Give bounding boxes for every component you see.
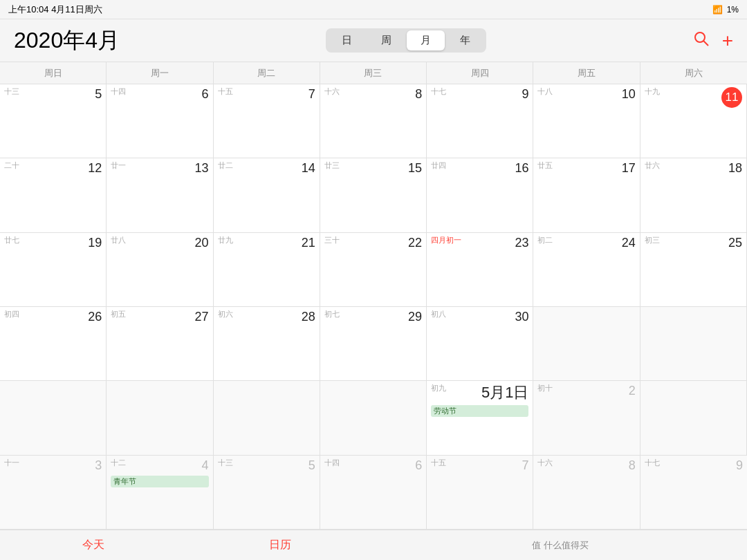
table-row[interactable]: 十二4 青年节: [107, 456, 213, 530]
table-row[interactable]: 十五7: [427, 456, 533, 530]
table-row[interactable]: 十七9: [427, 84, 533, 158]
tab-right: 值 什么值得买: [374, 539, 747, 552]
table-row[interactable]: [640, 381, 747, 455]
view-btn-week[interactable]: 周: [367, 30, 405, 50]
table-row[interactable]: [0, 381, 107, 455]
table-row[interactable]: 廿七19: [0, 233, 107, 307]
table-row[interactable]: 十八10: [533, 84, 640, 158]
table-row[interactable]: 廿六18: [640, 158, 747, 232]
table-row[interactable]: 十九11: [640, 84, 747, 158]
battery-text: 1%: [727, 5, 739, 15]
table-row[interactable]: [533, 307, 640, 381]
calendar-grid: 十三5 十四6 十五7 十六8 十七9 十八10 十九11 二十12 廿一13 …: [0, 84, 747, 530]
table-row[interactable]: 初五27: [107, 307, 213, 381]
view-btn-day[interactable]: 日: [328, 30, 366, 50]
table-row[interactable]: 廿二14: [214, 158, 320, 232]
table-row[interactable]: [107, 381, 213, 455]
status-time-date: 上午10:04 4月11日周六: [8, 3, 102, 16]
event-labor-day[interactable]: 劳动节: [431, 405, 528, 417]
table-row[interactable]: 十六8: [533, 456, 640, 530]
tab-bar: 今天 日历 值 什么值得买: [0, 530, 747, 560]
wifi-icon: 📶: [712, 5, 723, 15]
table-row[interactable]: 三十22: [320, 233, 427, 307]
table-row[interactable]: 二十12: [0, 158, 107, 232]
dow-sunday: 周日: [0, 62, 107, 84]
table-row[interactable]: 廿八20: [107, 233, 213, 307]
status-bar: 上午10:04 4月11日周六 📶 1%: [0, 0, 747, 19]
dow-tuesday: 周二: [214, 62, 320, 84]
table-row[interactable]: 十五7: [214, 84, 320, 158]
tab-today[interactable]: 今天: [0, 538, 187, 552]
table-row[interactable]: 廿四16: [427, 158, 533, 232]
header-actions: +: [693, 30, 733, 52]
table-row[interactable]: 初十2: [533, 381, 640, 455]
header: 2020年4月 日 周 月 年 +: [0, 19, 747, 62]
table-row[interactable]: 廿五17: [533, 158, 640, 232]
table-row[interactable]: 四月初一23: [427, 233, 533, 307]
table-row[interactable]: 十六8: [320, 84, 427, 158]
table-row[interactable]: 初六28: [214, 307, 320, 381]
view-btn-year[interactable]: 年: [446, 30, 484, 50]
svg-point-0: [695, 32, 705, 42]
table-row[interactable]: 初八30: [427, 307, 533, 381]
month-title: 2020年4月: [14, 26, 120, 56]
table-row[interactable]: 十三5: [0, 84, 107, 158]
table-row[interactable]: 十四6: [320, 456, 427, 530]
dow-monday: 周一: [107, 62, 213, 84]
table-row[interactable]: 十四6: [107, 84, 213, 158]
dow-wednesday: 周三: [320, 62, 427, 84]
table-row[interactable]: [320, 381, 427, 455]
dow-saturday: 周六: [640, 62, 747, 84]
table-row[interactable]: 廿九21: [214, 233, 320, 307]
dow-thursday: 周四: [427, 62, 533, 84]
table-row[interactable]: 初二24: [533, 233, 640, 307]
add-button[interactable]: +: [722, 30, 733, 52]
table-row[interactable]: 初九5月1日 劳动节: [427, 381, 533, 455]
table-row[interactable]: 廿一13: [107, 158, 213, 232]
view-btn-month[interactable]: 月: [407, 30, 445, 50]
tab-calendar[interactable]: 日历: [187, 538, 374, 552]
table-row[interactable]: 十七9: [640, 456, 747, 530]
svg-line-1: [703, 41, 708, 46]
status-right: 📶 1%: [712, 5, 739, 15]
search-button[interactable]: [693, 30, 710, 51]
dow-friday: 周五: [533, 62, 640, 84]
table-row[interactable]: [214, 381, 320, 455]
view-switcher: 日 周 月 年: [326, 28, 486, 53]
table-row[interactable]: [640, 307, 747, 381]
table-row[interactable]: 初七29: [320, 307, 427, 381]
table-row[interactable]: 十一3: [0, 456, 107, 530]
event-youth-day[interactable]: 青年节: [111, 476, 208, 487]
table-row[interactable]: 初四26: [0, 307, 107, 381]
table-row[interactable]: 十三5: [214, 456, 320, 530]
table-row[interactable]: 初三25: [640, 233, 747, 307]
table-row[interactable]: 廿三15: [320, 158, 427, 232]
dow-header: 周日 周一 周二 周三 周四 周五 周六: [0, 62, 747, 84]
